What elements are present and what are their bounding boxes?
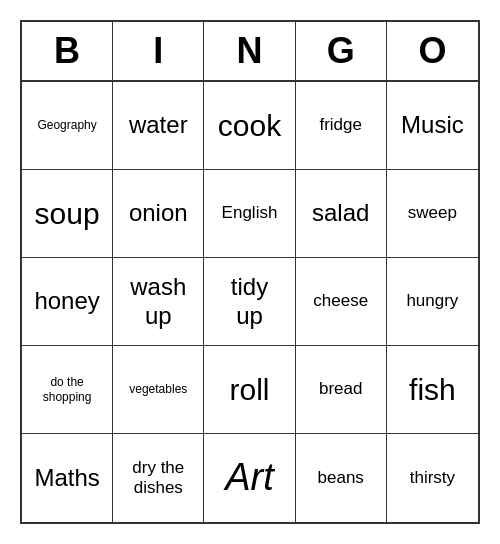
bingo-cell: Maths — [22, 434, 113, 522]
bingo-cell-text: thirsty — [410, 468, 455, 488]
bingo-cell: soup — [22, 170, 113, 258]
bingo-header-letter: G — [296, 22, 387, 80]
bingo-cell-text: onion — [129, 199, 188, 228]
bingo-cell-text: beans — [318, 468, 364, 488]
bingo-cell-text: Geography — [37, 118, 96, 132]
bingo-cell-text: roll — [229, 372, 269, 408]
bingo-header-letter: I — [113, 22, 204, 80]
bingo-cell-text: Art — [225, 455, 274, 501]
bingo-cell: English — [204, 170, 295, 258]
bingo-cell: cheese — [296, 258, 387, 346]
bingo-cell: washup — [113, 258, 204, 346]
bingo-header-letter: O — [387, 22, 478, 80]
bingo-header-letter: N — [204, 22, 295, 80]
bingo-cell: vegetables — [113, 346, 204, 434]
bingo-cell: Art — [204, 434, 295, 522]
bingo-cell: Geography — [22, 82, 113, 170]
bingo-header: BINGO — [22, 22, 478, 82]
bingo-cell-text: salad — [312, 199, 369, 228]
bingo-grid: GeographywatercookfridgeMusicsouponionEn… — [22, 82, 478, 522]
bingo-cell: do theshopping — [22, 346, 113, 434]
bingo-cell: tidyup — [204, 258, 295, 346]
bingo-cell-text: fish — [409, 372, 456, 408]
bingo-cell-text: bread — [319, 379, 362, 399]
bingo-cell: bread — [296, 346, 387, 434]
bingo-cell: water — [113, 82, 204, 170]
bingo-cell-text: Maths — [34, 464, 99, 493]
bingo-cell: onion — [113, 170, 204, 258]
bingo-cell: beans — [296, 434, 387, 522]
bingo-cell: honey — [22, 258, 113, 346]
bingo-cell: thirsty — [387, 434, 478, 522]
bingo-cell-text: fridge — [319, 115, 362, 135]
bingo-cell-text: cook — [218, 108, 281, 144]
bingo-cell: sweep — [387, 170, 478, 258]
bingo-cell-text: honey — [34, 287, 99, 316]
bingo-cell: fridge — [296, 82, 387, 170]
bingo-cell-text: sweep — [408, 203, 457, 223]
bingo-cell-text: soup — [35, 196, 100, 232]
bingo-cell-text: tidyup — [231, 273, 268, 331]
bingo-cell: hungry — [387, 258, 478, 346]
bingo-cell-text: hungry — [406, 291, 458, 311]
bingo-cell: cook — [204, 82, 295, 170]
bingo-cell: salad — [296, 170, 387, 258]
bingo-cell-text: vegetables — [129, 382, 187, 396]
bingo-cell-text: dry thedishes — [132, 458, 184, 499]
bingo-cell-text: water — [129, 111, 188, 140]
bingo-cell: roll — [204, 346, 295, 434]
bingo-cell-text: cheese — [313, 291, 368, 311]
bingo-cell-text: Music — [401, 111, 464, 140]
bingo-cell: fish — [387, 346, 478, 434]
bingo-header-letter: B — [22, 22, 113, 80]
bingo-cell-text: washup — [130, 273, 186, 331]
bingo-cell-text: do theshopping — [43, 375, 92, 404]
bingo-cell: Music — [387, 82, 478, 170]
bingo-cell: dry thedishes — [113, 434, 204, 522]
bingo-card: BINGO GeographywatercookfridgeMusicsoupo… — [20, 20, 480, 524]
bingo-cell-text: English — [222, 203, 278, 223]
